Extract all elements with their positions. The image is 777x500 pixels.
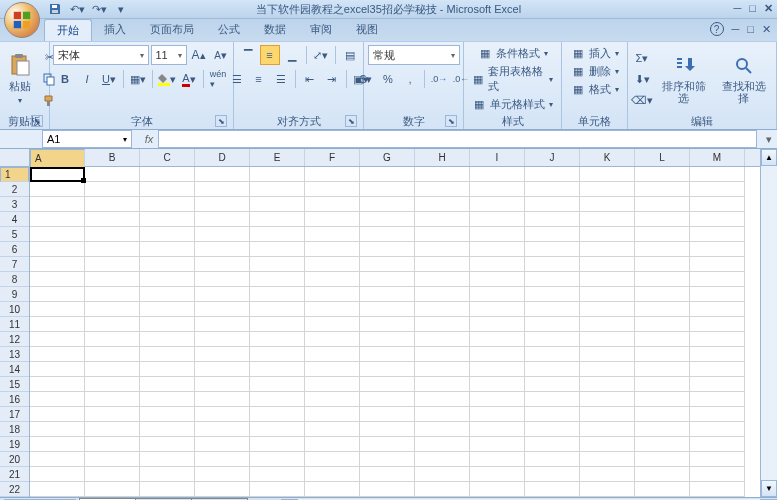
cell[interactable]: [195, 377, 250, 392]
cell-styles-button[interactable]: ▦单元格样式▾: [468, 96, 557, 113]
increase-decimal-icon[interactable]: .0→: [429, 69, 449, 89]
cell[interactable]: [305, 437, 360, 452]
maximize-button[interactable]: □: [749, 2, 756, 15]
cell[interactable]: [250, 242, 305, 257]
help-icon[interactable]: ?: [710, 22, 724, 36]
cell[interactable]: [580, 347, 635, 362]
column-header[interactable]: D: [195, 149, 250, 166]
cell[interactable]: [470, 377, 525, 392]
cell[interactable]: [85, 347, 140, 362]
row-header[interactable]: 11: [0, 317, 29, 332]
cell[interactable]: [195, 167, 250, 182]
cell[interactable]: [415, 347, 470, 362]
cell[interactable]: [635, 227, 690, 242]
ribbon-minimize-button[interactable]: ─: [732, 23, 740, 35]
cell[interactable]: [305, 467, 360, 482]
cell[interactable]: [470, 227, 525, 242]
row-header[interactable]: 10: [0, 302, 29, 317]
cell[interactable]: [85, 257, 140, 272]
doc-close-button[interactable]: ✕: [762, 23, 771, 36]
wrap-text-icon[interactable]: ▤: [340, 45, 360, 65]
cell[interactable]: [690, 362, 745, 377]
align-launcher-icon[interactable]: ⬊: [345, 115, 357, 127]
cell[interactable]: [580, 227, 635, 242]
cell[interactable]: [85, 167, 140, 182]
tab-公式[interactable]: 公式: [206, 19, 252, 41]
cell[interactable]: [360, 227, 415, 242]
cell[interactable]: [140, 182, 195, 197]
cell[interactable]: [415, 257, 470, 272]
cell[interactable]: [580, 287, 635, 302]
tab-页面布局[interactable]: 页面布局: [138, 19, 206, 41]
cell[interactable]: [525, 317, 580, 332]
cell[interactable]: [635, 197, 690, 212]
cell[interactable]: [415, 302, 470, 317]
cell[interactable]: [250, 272, 305, 287]
cell[interactable]: [30, 212, 85, 227]
cell[interactable]: [305, 332, 360, 347]
bold-button[interactable]: B: [55, 69, 75, 89]
cell[interactable]: [30, 332, 85, 347]
column-header[interactable]: H: [415, 149, 470, 166]
cell[interactable]: [525, 407, 580, 422]
cell[interactable]: [635, 437, 690, 452]
cell[interactable]: [305, 302, 360, 317]
cells-area[interactable]: [30, 167, 760, 497]
name-box[interactable]: A1▾: [42, 130, 132, 148]
cell[interactable]: [250, 227, 305, 242]
cell[interactable]: [580, 437, 635, 452]
cell[interactable]: [140, 212, 195, 227]
cell[interactable]: [250, 167, 305, 182]
cell[interactable]: [415, 467, 470, 482]
comma-icon[interactable]: ,: [400, 69, 420, 89]
cell[interactable]: [415, 167, 470, 182]
border-button[interactable]: ▦▾: [128, 69, 148, 89]
cell[interactable]: [690, 227, 745, 242]
cell[interactable]: [30, 287, 85, 302]
cell[interactable]: [525, 377, 580, 392]
cell[interactable]: [30, 242, 85, 257]
cell[interactable]: [470, 362, 525, 377]
cell[interactable]: [635, 212, 690, 227]
cell[interactable]: [250, 467, 305, 482]
align-top-icon[interactable]: ▔: [238, 45, 258, 65]
redo-icon[interactable]: ↷▾: [90, 0, 108, 18]
row-header[interactable]: 3: [0, 197, 29, 212]
cell[interactable]: [580, 362, 635, 377]
shrink-font-icon[interactable]: A▾: [211, 45, 231, 65]
cell[interactable]: [525, 272, 580, 287]
cell[interactable]: [140, 392, 195, 407]
cell[interactable]: [690, 317, 745, 332]
cell[interactable]: [470, 392, 525, 407]
cell[interactable]: [690, 407, 745, 422]
font-launcher-icon[interactable]: ⬊: [215, 115, 227, 127]
cell[interactable]: [140, 302, 195, 317]
cell[interactable]: [635, 317, 690, 332]
cell[interactable]: [470, 242, 525, 257]
cell[interactable]: [635, 242, 690, 257]
cell[interactable]: [305, 287, 360, 302]
cell[interactable]: [140, 317, 195, 332]
cell[interactable]: [360, 287, 415, 302]
cell[interactable]: [580, 272, 635, 287]
cell[interactable]: [470, 317, 525, 332]
cell[interactable]: [360, 347, 415, 362]
row-header[interactable]: 14: [0, 362, 29, 377]
cell[interactable]: [305, 272, 360, 287]
cell[interactable]: [635, 287, 690, 302]
cell[interactable]: [30, 452, 85, 467]
cell[interactable]: [525, 257, 580, 272]
align-center-icon[interactable]: ≡: [249, 69, 269, 89]
column-header[interactable]: B: [85, 149, 140, 166]
cell[interactable]: [85, 482, 140, 497]
fx-icon[interactable]: fx: [140, 133, 158, 145]
cell[interactable]: [30, 422, 85, 437]
cell[interactable]: [580, 407, 635, 422]
row-header[interactable]: 8: [0, 272, 29, 287]
cell[interactable]: [525, 227, 580, 242]
cell[interactable]: [250, 257, 305, 272]
cell[interactable]: [85, 407, 140, 422]
cell[interactable]: [360, 332, 415, 347]
cell[interactable]: [580, 377, 635, 392]
cell[interactable]: [580, 482, 635, 497]
